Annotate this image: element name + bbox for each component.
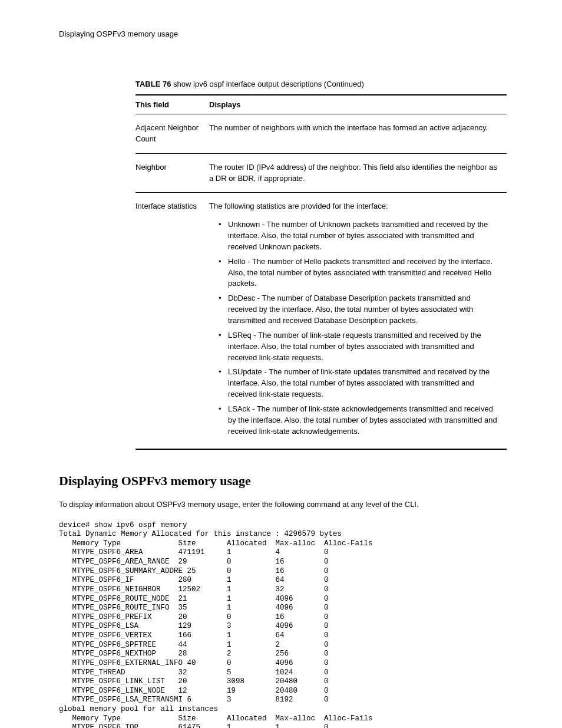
list-item: DbDesc - The number of Database Descript… [219,293,501,327]
page-header-title: Displaying OSPFv3 memory usage [59,29,509,38]
stats-intro: The following statistics are provided fo… [209,202,388,210]
table-cell-desc: The router ID (IPv4 address) of the neig… [209,153,507,193]
section-intro: To display information about OSPFv3 memo… [59,499,509,510]
table-caption-text: show ipv6 ospf interface output descript… [171,80,363,88]
table-cell-field: Neighbor [135,153,209,193]
table-cell-field: Interface statistics [135,193,209,450]
table-cell-desc: The number of neighbors with which the i… [209,114,507,154]
table-cell-field: Adjacent Neighbor Count [135,114,209,154]
list-item: LSUpdate - The number of link-state upda… [219,367,501,400]
list-item: Hello - The number of Hello packets tran… [219,256,501,290]
table-caption-label: TABLE 76 [135,80,171,88]
table-row: Adjacent Neighbor Count The number of ne… [135,114,507,154]
list-item: LSReq - The number of link-state request… [219,330,501,364]
table-cell-desc: The following statistics are provided fo… [209,193,507,450]
section-heading: Displaying OSPFv3 memory usage [59,473,509,489]
table-header-field: This field [135,95,209,114]
list-item: Unknown - The number of Unknown packets … [219,219,501,253]
table-row: Interface statistics The following stati… [135,193,507,450]
table-row: Neighbor The router ID (IPv4 address) of… [135,153,507,193]
stats-list: Unknown - The number of Unknown packets … [209,219,501,437]
field-descriptions-table: This field Displays Adjacent Neighbor Co… [135,94,507,450]
cli-output: device# show ipv6 ospf memory Total Dyna… [59,521,509,728]
table-caption: TABLE 76 show ipv6 ospf interface output… [135,80,509,88]
list-item: LSAck - The number of link-state acknowl… [219,404,501,437]
table-header-displays: Displays [209,95,507,114]
